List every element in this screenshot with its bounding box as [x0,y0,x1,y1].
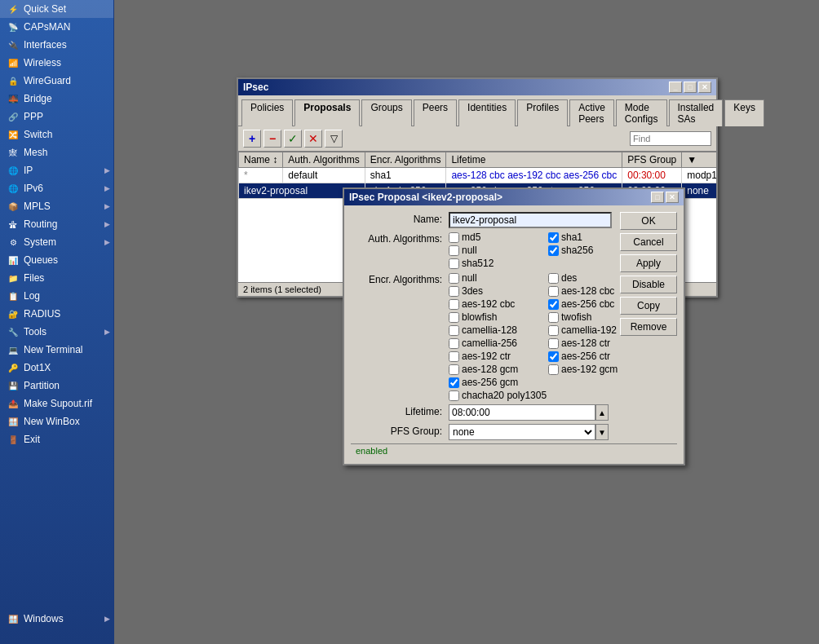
encr-camellia128-item[interactable]: camellia-128 [449,324,547,336]
encr-twofish-checkbox[interactable] [548,312,559,323]
table-row[interactable]: * default sha1 aes-128 cbc aes-192 cbc a… [239,168,717,183]
sidebar-item-supout[interactable]: 📤 Make Supout.rif [0,395,113,412]
tools-icon: 🔧 [7,325,20,338]
dialog-close-button[interactable]: ✕ [666,192,679,203]
sidebar-item-partition[interactable]: 💾 Partition [0,377,113,395]
encr-null-checkbox[interactable] [449,273,459,284]
sidebar-item-wireguard[interactable]: 🔒 WireGuard [0,72,113,90]
tab-profiles[interactable]: Profiles [517,99,568,126]
encr-aes256cbc-checkbox[interactable] [548,299,559,310]
sidebar-item-tools[interactable]: 🔧 Tools ▶ [0,323,113,341]
encr-aes128ctr-item[interactable]: aes-128 ctr [548,337,646,349]
auth-sha512-item[interactable]: sha512 [449,258,547,269]
encr-camellia128-checkbox[interactable] [449,325,459,336]
encr-aes192gcm-checkbox[interactable] [548,364,559,375]
sidebar-item-interfaces[interactable]: 🔌 Interfaces [0,36,113,54]
encr-null-item[interactable]: null [449,272,547,284]
encr-aes256ctr-checkbox[interactable] [548,351,559,362]
encr-aes192gcm-item[interactable]: aes-192 gcm [548,364,646,375]
remove-button[interactable]: − [263,130,281,148]
encr-aes128gcm-checkbox[interactable] [449,364,459,375]
search-input[interactable] [630,131,711,146]
tab-proposals[interactable]: Proposals [294,99,360,126]
sidebar-item-wireless[interactable]: 📶 Wireless [0,54,113,72]
encr-chacha20-item[interactable]: chacha20 poly1305 [449,390,595,401]
remove-button[interactable]: Remove [620,318,677,336]
tab-groups[interactable]: Groups [361,99,411,126]
cancel-button[interactable]: Cancel [620,233,677,251]
tab-installed-sas[interactable]: Installed SAs [669,99,724,126]
encr-aes192cbc-checkbox[interactable] [449,299,459,310]
encr-aes192ctr-checkbox[interactable] [449,351,459,362]
encr-3des-item[interactable]: 3des [449,285,547,297]
encr-blowfish-checkbox[interactable] [449,312,459,323]
ok-button[interactable]: OK [620,212,677,230]
sidebar-item-capsman[interactable]: 📡 CAPsMAN [0,18,113,36]
tab-policies[interactable]: Policies [241,99,293,126]
tab-peers[interactable]: Peers [414,99,457,126]
check-button[interactable]: ✓ [284,130,302,148]
sidebar-item-system[interactable]: ⚙ System ▶ [0,233,113,251]
tab-active-peers[interactable]: Active Peers [569,99,614,126]
sidebar-item-ip[interactable]: 🌐 IP ▶ [0,161,113,179]
auth-sha1-checkbox[interactable] [548,232,559,243]
name-input[interactable] [449,212,612,228]
auth-sha256-checkbox[interactable] [548,245,559,256]
sidebar-item-bridge[interactable]: 🌉 Bridge [0,90,113,108]
sidebar-item-exit[interactable]: 🚪 Exit [0,430,113,448]
close-button[interactable]: ✕ [698,82,711,93]
tab-keys[interactable]: Keys [724,99,764,126]
encr-aes256ctr-item[interactable]: aes-256 ctr [548,351,646,362]
pfs-select[interactable]: none modp1024 modp2048 ecp256 [449,424,595,440]
window-controls: _ □ ✕ [669,82,711,93]
auth-md5-item[interactable]: md5 [449,232,547,243]
sidebar-item-queues[interactable]: 📊 Queues [0,251,113,269]
sidebar-item-routing[interactable]: 🛣 Routing ▶ [0,215,113,233]
sidebar-item-files[interactable]: 📁 Files [0,269,113,287]
encr-camellia256-checkbox[interactable] [449,338,459,349]
sidebar-item-ppp[interactable]: 🔗 PPP [0,108,113,126]
auth-null-item[interactable]: null [449,245,547,256]
sidebar-item-new-terminal[interactable]: 💻 New Terminal [0,341,113,359]
sidebar-item-mpls[interactable]: 📦 MPLS ▶ [0,197,113,215]
lifetime-input[interactable] [449,404,595,421]
encr-3des-checkbox[interactable] [449,286,459,297]
sidebar-item-quickset[interactable]: ⚡ Quick Set [0,0,113,18]
sidebar-item-mesh[interactable]: 🕸 Mesh [0,143,113,161]
sidebar-item-label: PPP [24,111,43,122]
encr-camellia256-item[interactable]: camellia-256 [449,337,547,349]
minimize-button[interactable]: _ [669,82,682,93]
encr-chacha20-checkbox[interactable] [449,390,459,401]
encr-aes128ctr-checkbox[interactable] [548,338,559,349]
encr-aes192cbc-item[interactable]: aes-192 cbc [449,298,547,310]
encr-aes256gcm-checkbox[interactable] [449,377,459,388]
sidebar-item-dot1x[interactable]: 🔑 Dot1X [0,359,113,377]
auth-sha512-checkbox[interactable] [449,258,459,269]
sidebar-item-new-winbox[interactable]: 🪟 New WinBox [0,412,113,430]
lifetime-spinner-up[interactable]: ▲ [595,404,609,421]
maximize-button[interactable]: □ [684,82,697,93]
encr-blowfish-item[interactable]: blowfish [449,311,547,323]
cross-button[interactable]: ✕ [304,130,322,148]
encr-des-checkbox[interactable] [548,273,559,284]
tab-identities[interactable]: Identities [458,99,516,126]
apply-button[interactable]: Apply [620,254,677,272]
sidebar-item-windows[interactable]: 🪟 Windows ▶ [0,610,113,628]
add-button[interactable]: + [243,130,261,148]
copy-button[interactable]: Copy [620,297,677,315]
tab-mode-configs[interactable]: Mode Configs [616,99,667,126]
filter-button[interactable]: ▽ [325,130,343,148]
dialog-restore-button[interactable]: □ [651,192,664,203]
sidebar-item-log[interactable]: 📋 Log [0,287,113,305]
sidebar-item-ipv6[interactable]: 🌐 IPv6 ▶ [0,179,113,197]
sidebar-item-radius[interactable]: 🔐 RADIUS [0,305,113,323]
encr-aes256gcm-item[interactable]: aes-256 gcm [449,377,547,388]
encr-aes128gcm-item[interactable]: aes-128 gcm [449,364,547,375]
encr-aes192ctr-item[interactable]: aes-192 ctr [449,351,547,362]
auth-md5-checkbox[interactable] [449,232,459,243]
sidebar-item-switch[interactable]: 🔀 Switch [0,126,113,143]
encr-aes128cbc-checkbox[interactable] [548,286,559,297]
disable-button[interactable]: Disable [620,276,677,293]
auth-null-checkbox[interactable] [449,245,459,256]
encr-camellia192-checkbox[interactable] [548,325,559,336]
